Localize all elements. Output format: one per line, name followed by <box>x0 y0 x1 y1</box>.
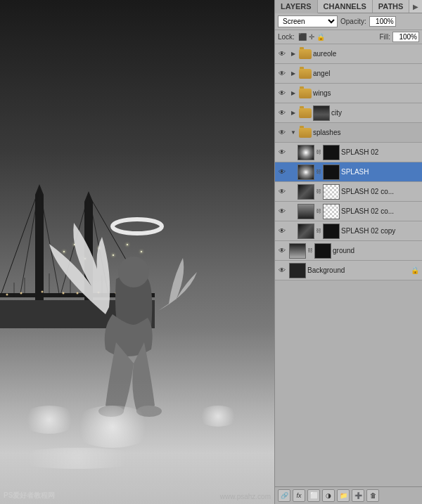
lock-pixels-icon[interactable]: ⬛ <box>298 33 307 41</box>
ground-mask-thumb <box>314 243 331 259</box>
ps-logo: PS爱好者教程网 <box>4 491 55 500</box>
svg-point-28 <box>118 257 149 287</box>
blend-mode-row: Screen Normal Multiply Overlay Opacity: <box>275 13 422 30</box>
layer-row-splashes[interactable]: 👁 ▼ splashes <box>275 123 422 143</box>
opacity-label: Opacity: <box>340 18 366 25</box>
ground-thumb <box>289 243 306 259</box>
layers-panel: LAYERS CHANNELS PATHS ▶ Screen Normal Mu… <box>274 0 422 504</box>
layer-name-background: Background <box>307 266 409 274</box>
chain-splash02copy: ⛓ <box>316 225 321 238</box>
tab-channels[interactable]: CHANNELS <box>318 0 373 13</box>
folder-icon-aureole <box>299 49 312 59</box>
layer-row-splash02co2[interactable]: 👁 ⛓ SPLASH 02 co... <box>275 202 422 221</box>
layer-name-splash02: SPLASH 02 <box>341 148 421 156</box>
tabs-row: LAYERS CHANNELS PATHS ▶ <box>275 0 422 13</box>
visibility-ground[interactable]: 👁 <box>276 245 288 257</box>
expand-city[interactable]: ▶ <box>289 109 298 117</box>
tab-paths[interactable]: PATHS <box>373 0 410 13</box>
visibility-wings[interactable]: 👁 <box>276 88 288 99</box>
layer-name-ground: ground <box>333 247 421 254</box>
splash02co2-thumb <box>298 204 314 219</box>
new-group-button[interactable]: 📁 <box>337 489 350 502</box>
chain-splash02co1: ⛓ <box>316 186 321 198</box>
visibility-angel[interactable]: 👁 <box>276 68 288 79</box>
layer-row-wings[interactable]: 👁 ▶ wings <box>275 84 422 103</box>
visibility-background[interactable]: 👁 <box>276 265 288 276</box>
visibility-splash02copy[interactable]: 👁 <box>276 226 288 237</box>
splash02copy-mask-thumb <box>323 224 340 239</box>
expand-splashes[interactable]: ▼ <box>289 129 298 137</box>
layer-row-city[interactable]: 👁 ▶ city <box>275 103 422 123</box>
splash02-mask-thumb <box>323 145 340 160</box>
expand-angel[interactable]: ▶ <box>289 70 298 78</box>
layer-row-ground[interactable]: 👁 ⛓ ground <box>275 241 422 261</box>
main-image-area: www.psahz.com PS爱好者教程网 <box>0 0 274 504</box>
lock-label: Lock: <box>278 33 295 41</box>
layer-name-splash02co1: SPLASH 02 co... <box>341 188 421 195</box>
chain-splash02: ⛓ <box>316 146 321 159</box>
splash-thumb <box>298 164 314 180</box>
svg-line-5 <box>0 188 39 297</box>
fill-input[interactable] <box>392 32 419 42</box>
folder-icon-wings <box>299 89 312 98</box>
layers-list[interactable]: 👁 ▶ aureole 👁 ▶ angel 👁 ▶ wings 👁 ▶ city <box>275 44 422 486</box>
expand-wings[interactable]: ▶ <box>289 89 298 98</box>
splash-mask-thumb <box>323 164 340 180</box>
layer-name-splashes: splashes <box>313 129 421 136</box>
visibility-splash[interactable]: 👁 <box>276 167 288 178</box>
visibility-splash02[interactable]: 👁 <box>276 147 288 158</box>
lock-all-icon[interactable]: 🔒 <box>316 33 325 41</box>
lock-move-icon[interactable]: ✛ <box>309 33 314 41</box>
tab-layers[interactable]: LAYERS <box>275 0 318 13</box>
splash02-thumb <box>298 145 314 160</box>
lock-row: Lock: ⬛ ✛ 🔒 Fill: <box>275 30 422 44</box>
splash02copy-thumb <box>298 224 314 239</box>
city-mask-thumb <box>313 105 330 121</box>
watermark: www.psahz.com <box>220 493 271 500</box>
new-layer-button[interactable]: ➕ <box>352 489 364 502</box>
svg-point-27 <box>113 219 162 233</box>
layer-name-splash: SPLASH <box>341 168 421 176</box>
water-area <box>0 377 274 504</box>
layer-name-angel: angel <box>313 70 421 77</box>
folder-icon-city <box>299 108 312 118</box>
layer-row-angel[interactable]: 👁 ▶ angel <box>275 64 422 84</box>
layer-name-splash02copy: SPLASH 02 copy <box>341 227 421 235</box>
layer-row-splash[interactable]: 👁 ⛓ SPLASH <box>275 162 422 182</box>
visibility-splashes[interactable]: 👁 <box>276 127 288 138</box>
fx-button[interactable]: fx <box>293 489 305 502</box>
layer-name-aureole: aureole <box>313 50 421 58</box>
visibility-aureole[interactable]: 👁 <box>276 49 288 60</box>
visibility-splash02co2[interactable]: 👁 <box>276 206 288 217</box>
bottom-toolbar: 🔗 fx ⬜ ◑ 📁 ➕ 🗑 <box>275 486 422 504</box>
svg-point-19 <box>6 294 8 296</box>
panel-menu-arrow[interactable]: ▶ <box>409 1 422 13</box>
link-layers-button[interactable]: 🔗 <box>278 489 290 502</box>
adjustment-button[interactable]: ◑ <box>322 489 335 502</box>
delete-layer-button[interactable]: 🗑 <box>366 489 379 502</box>
blend-mode-select[interactable]: Screen Normal Multiply Overlay <box>278 15 338 27</box>
expand-aureole[interactable]: ▶ <box>289 50 298 58</box>
visibility-splash02co1[interactable]: 👁 <box>276 186 288 198</box>
splash02co1-mask-thumb <box>323 184 340 200</box>
layer-row-splash02copy[interactable]: 👁 ⛓ SPLASH 02 copy <box>275 221 422 241</box>
chain-splash: ⛓ <box>316 166 321 179</box>
layer-row-aureole[interactable]: 👁 ▶ aureole <box>275 44 422 64</box>
add-mask-button[interactable]: ⬜ <box>307 489 320 502</box>
visibility-city[interactable]: 👁 <box>276 108 288 119</box>
layer-row-splash02[interactable]: 👁 ⛓ SPLASH 02 <box>275 143 422 162</box>
svg-point-20 <box>20 292 23 295</box>
background-lock-icon: 🔒 <box>411 266 419 274</box>
opacity-input[interactable] <box>369 16 396 27</box>
layer-row-splash02co1[interactable]: 👁 ⛓ SPLASH 02 co... <box>275 182 422 202</box>
layer-name-wings: wings <box>313 89 421 97</box>
layer-name-splash02co2: SPLASH 02 co... <box>341 207 421 215</box>
folder-icon-angel <box>299 69 312 79</box>
layer-row-background[interactable]: 👁 Background 🔒 <box>275 261 422 280</box>
folder-icon-splashes <box>299 128 312 138</box>
splash02co1-thumb <box>298 184 314 200</box>
splash02co2-mask-thumb <box>323 204 340 219</box>
background-thumb <box>289 263 306 278</box>
chain-splash02co2: ⛓ <box>316 205 321 218</box>
layer-name-city: city <box>331 109 421 117</box>
